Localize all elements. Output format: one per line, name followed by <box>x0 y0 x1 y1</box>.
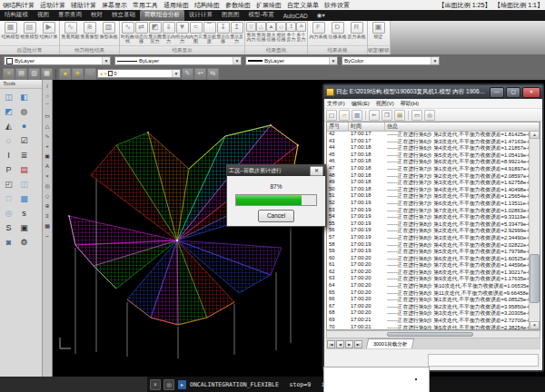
log-row-52[interactable]: 5217:00:19------正在进行第7步 第6次迭代,不平衡力收敛误差=1… <box>327 200 530 207</box>
ribbon-button-2-3[interactable]: ⇓显示内力 <box>162 22 175 44</box>
log-row-54[interactable]: 5417:00:19------正在进行第7步 第8次迭代,不平衡力收敛误差=9… <box>327 213 530 220</box>
draw-tool-icon-0[interactable]: / <box>44 82 52 92</box>
ribbon-button-2-6[interactable]: ⌒显示挠度 <box>203 22 216 44</box>
scroll-down-icon[interactable]: ▼ <box>530 321 540 329</box>
log-menu-3[interactable]: 帮助(H) <box>401 100 419 108</box>
menu-item-1[interactable]: 运动计算 <box>37 1 68 10</box>
log-menu-0[interactable]: 文件(F) <box>327 100 345 108</box>
ribbon-tab-4[interactable]: 独立基础 <box>107 10 140 21</box>
check-icon[interactable]: ☑ <box>17 134 32 148</box>
cut-icon[interactable]: ✂ <box>369 110 380 121</box>
ribbon-tab-2[interactable]: 显示查询 <box>54 10 86 21</box>
draw-tool-icon-11[interactable]: ◇ <box>44 191 52 201</box>
settings-gear-icon[interactable]: ⚙ <box>17 236 32 250</box>
menu-item-2[interactable]: 辅助计算 <box>68 1 99 10</box>
ribbon-tab-6[interactable]: 设计计算 <box>184 10 217 21</box>
ribbon-button-3-1[interactable]: △查询位移 <box>256 22 266 43</box>
gradient-box-icon[interactable]: ▩ <box>17 192 32 206</box>
ptable-icon[interactable]: ▤ <box>17 163 32 177</box>
log-row-49[interactable]: 4917:00:18------正在进行第7步 第3次迭代,不平衡力收敛误差=1… <box>327 179 530 186</box>
new-doc-icon[interactable]: ▢ <box>326 110 337 121</box>
ribbon-button-1-0[interactable]: ∿查看周期 <box>61 22 80 39</box>
make-current-icon[interactable]: ✎ <box>182 68 193 80</box>
log-row-59[interactable]: 5917:00:19------正在进行第8步 第5次迭代,不平衡力收敛误差=1… <box>327 248 530 255</box>
draw-tool-icon-1[interactable]: ○ <box>44 92 52 102</box>
maximize-icon[interactable]: ▢ <box>506 87 520 98</box>
copy-icon[interactable]: ❐ <box>382 110 392 121</box>
ribbon-tab-1[interactable]: 视图 <box>33 10 54 21</box>
command-line[interactable]: × ◎ ▸ ONCALINTEGRATION_FLEXIBLE step=9 i… <box>0 377 545 392</box>
draw-tool-icon-5[interactable]: ∿ <box>44 132 52 142</box>
plot-style-combo[interactable]: ByColor ▼ <box>342 56 440 65</box>
print-icon[interactable]: ▭ <box>411 110 422 121</box>
log-row-66[interactable]: 6617:00:20------正在进行第9步 第1次迭代,不平衡力收敛误差=6… <box>327 296 530 303</box>
ribbon-button-3-2[interactable]: ▲最大位移 <box>266 22 276 43</box>
header-no[interactable]: 序号 <box>327 122 349 131</box>
ribbon-button-1-2[interactable]: ▥振型表格 <box>99 22 118 39</box>
ribbon-tab-5[interactable]: 荷载组合分析 <box>140 10 184 21</box>
log-row-63[interactable]: 6317:00:20------正在进行第8步 第9次迭代,不平衡力收敛误差=1… <box>327 275 530 282</box>
menu-item-7[interactable]: 参数绘图 <box>223 1 253 10</box>
ribbon-button-3-4[interactable]: ↥单个反力 <box>286 22 296 43</box>
style-s-small-icon[interactable]: s <box>17 207 32 220</box>
ribbon-button-0-0[interactable]: ▦结构模型 <box>1 22 20 39</box>
progress-dialog-titlebar[interactable]: 工况--荷载步累计进行 ✕ <box>227 165 325 176</box>
sun-icon[interactable]: ✳ <box>72 68 84 80</box>
header-msg[interactable]: 信息 <box>385 122 540 131</box>
log-sheet-tab[interactable]: 30001荷载分析 <box>366 338 415 348</box>
log-row-47[interactable]: 4717:00:18------正在进行第7步 第1次迭代,不平衡力收敛误差=4… <box>327 165 530 172</box>
layer-match-icon[interactable]: ⇆ <box>207 68 219 80</box>
menu-item-10[interactable]: 软件设置 <box>322 1 352 10</box>
log-window-titlebar[interactable]: 日志 E:\2019结构.模型\190603复风机1.模型 内容 190603复… <box>324 85 542 99</box>
log-row-61[interactable]: 6117:00:20------正在进行第8步 第7次迭代,不平衡力收敛误差=1… <box>327 261 530 269</box>
log-row-43[interactable]: 4317:00:17------正在进行第6步 第3次迭代,不平衡力收敛误差=1… <box>327 138 530 145</box>
ribbon-tab-3[interactable]: 校对 <box>86 10 107 21</box>
scrollbar-thumb[interactable] <box>530 254 540 304</box>
chevron-down-icon[interactable]: ▼ <box>233 57 241 64</box>
draw-tool-icon-14[interactable]: ▦ <box>44 221 52 231</box>
cylinder-icon[interactable]: ◎ <box>2 207 16 220</box>
log-row-70[interactable]: 7017:00:21------正在进行第9步 第5次迭代,不平衡力收敛误差=2… <box>327 324 530 329</box>
box-solid-icon[interactable]: ◧ <box>17 91 32 104</box>
tab-nav-icon-1[interactable]: ◀ <box>336 340 344 348</box>
draw-tool-icon-4[interactable]: △ <box>44 122 52 132</box>
horizontal-scrollbar[interactable] <box>326 330 540 338</box>
chevron-down-icon[interactable]: ▼ <box>431 57 439 64</box>
ribbon-button-4-1[interactable]: D位移表格 <box>328 22 347 39</box>
ribbon-button-4-2[interactable]: R反力表格 <box>347 22 366 39</box>
ribbon-button-2-0[interactable]: ∿时程曲线 <box>121 22 134 44</box>
menu-item-5[interactable]: 通用绘图 <box>161 1 192 10</box>
close-icon[interactable]: ✕ <box>310 166 323 176</box>
draw-tool-icon-3[interactable]: ▭ <box>44 112 52 122</box>
scrollbar-thumb[interactable] <box>387 332 474 337</box>
pedit-icon[interactable]: P <box>2 163 16 177</box>
log-row-46[interactable]: 4617:00:18------正在进行第6步 第6次迭代,不平衡力收敛误差=8… <box>327 158 530 165</box>
log-row-44[interactable]: 4417:00:18------正在进行第6步 第4次迭代,不平衡力收敛误差=1… <box>327 144 530 152</box>
layer-combo[interactable]: ●✳■0▼ <box>97 69 181 78</box>
ribbon-tab-10[interactable]: ◉▾ <box>312 11 330 21</box>
ribbon-button-2-7[interactable]: ↧显示位移 <box>216 22 230 44</box>
rect-empty-icon[interactable]: □ <box>2 192 16 206</box>
ribbon-button-5-0[interactable]: ▣锁定 <box>369 22 388 39</box>
log-row-53[interactable]: 5317:00:19------正在进行第7步 第7次迭代,不平衡力收敛误差=1… <box>327 207 530 214</box>
box-top-icon[interactable]: ◩ <box>2 105 16 119</box>
draw-tool-icon-13[interactable]: ≡ <box>44 211 52 221</box>
tab-nav-icon-3[interactable]: ▶| <box>354 340 362 348</box>
ribbon-button-2-2[interactable]: ◩显示面应力 <box>148 22 162 44</box>
log-row-68[interactable]: 6817:00:20------正在进行第9步 第3次迭代,不平衡力收敛误差=3… <box>327 309 530 317</box>
input-popup[interactable] <box>323 367 430 392</box>
draw-tool-icon-10[interactable]: ◎ <box>44 181 52 191</box>
ribbon-button-0-1[interactable]: ▤检查模型 <box>20 22 39 39</box>
log-row-45[interactable]: 4517:00:18------正在进行第6步 第5次迭代,不平衡力收敛误差=1… <box>327 152 530 159</box>
linetype-combo[interactable]: ByLayer ▼ <box>114 56 242 65</box>
draw-tool-icon-8[interactable]: A <box>44 162 52 172</box>
ribbon-button-2-8[interactable]: ↥显示反力 <box>230 22 243 44</box>
style-s-icon[interactable]: S <box>2 221 16 235</box>
text-tool-icon[interactable]: I <box>2 149 16 162</box>
ribbon-button-0-2[interactable]: ▶结构计算 <box>39 22 58 39</box>
bulb-on-icon[interactable]: ● <box>59 68 71 80</box>
color-combo[interactable]: ByLayer ▼ <box>4 56 111 65</box>
log-row-62[interactable]: 6217:00:20------正在进行第8步 第8次迭代,不平衡力收敛误差=1… <box>327 269 530 276</box>
draw-tool-icon-2[interactable]: ⌒ <box>44 102 52 112</box>
find-icon[interactable]: ◎ <box>424 110 435 121</box>
